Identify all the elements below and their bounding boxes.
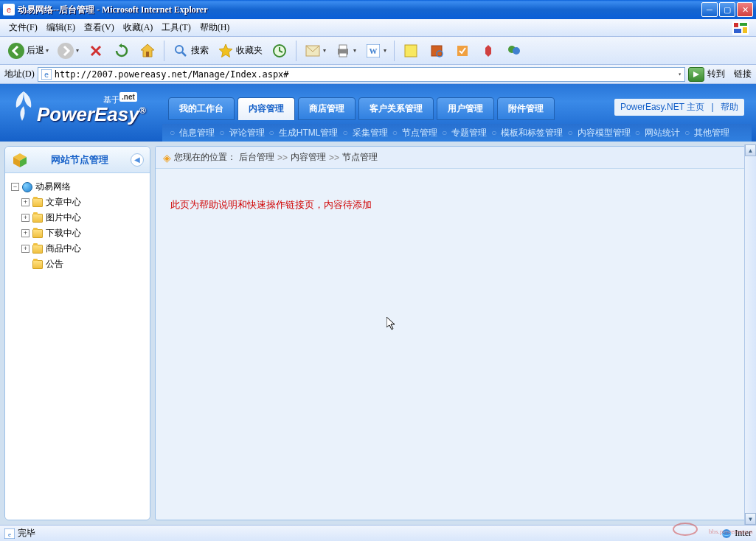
close-button[interactable]: ✕ — [737, 2, 753, 17]
history-button[interactable] — [268, 41, 291, 61]
watermark: bbs.powereasy.net — [672, 522, 753, 540]
forward-dropdown-icon: ▾ — [76, 47, 79, 54]
header-help-link[interactable]: 帮助 — [721, 102, 738, 112]
status-bar: e 完毕 Inter bbs.powereasy.net — [0, 525, 756, 541]
menu-view[interactable]: 查看(V) — [80, 19, 119, 36]
refresh-button[interactable] — [110, 41, 133, 61]
tree-label: 文章中心 — [46, 196, 81, 209]
subnav-stats[interactable]: 网站统计 — [645, 127, 680, 139]
tree-item-image[interactable]: +图片中心 — [8, 210, 147, 226]
maximize-button[interactable]: ▢ — [719, 2, 735, 17]
menu-favorites[interactable]: 收藏(A) — [119, 19, 158, 36]
subnav-info[interactable]: 信息管理 — [179, 127, 215, 139]
favorites-button[interactable]: 收藏夹 — [214, 41, 266, 61]
expand-toggle-icon[interactable]: + — [21, 214, 30, 222]
collapse-toggle-icon[interactable]: − — [11, 183, 19, 191]
address-input[interactable]: e http://2007.powereasy.net/Manage/Index… — [38, 67, 685, 82]
expand-toggle-icon[interactable]: + — [21, 229, 30, 237]
breadcrumb-item[interactable]: 内容管理 — [291, 151, 326, 164]
tab-workbench[interactable]: 我的工作台 — [168, 97, 235, 120]
tree-item-article[interactable]: +文章中心 — [8, 195, 147, 210]
tree-label: 下载中心 — [46, 227, 81, 240]
minimize-button[interactable]: ─ — [701, 2, 718, 17]
links-label[interactable]: 链接 — [734, 68, 752, 80]
subnav-other[interactable]: 其他管理 — [694, 127, 729, 139]
svg-text:e: e — [8, 531, 11, 538]
expand-toggle-icon[interactable]: + — [21, 245, 30, 253]
expand-toggle-icon[interactable]: + — [21, 198, 30, 206]
subnav-html[interactable]: 生成HTML管理 — [279, 127, 339, 139]
research-button[interactable] — [425, 41, 448, 61]
globe-icon — [22, 182, 32, 192]
page-icon: e — [41, 69, 52, 80]
header-sep: | — [712, 102, 714, 112]
print-button[interactable]: ▾ — [331, 41, 359, 61]
address-url: http://2007.powereasy.net/Manage/Index.a… — [55, 69, 289, 80]
menu-file[interactable]: 文件(F) — [4, 19, 42, 36]
breadcrumb-item[interactable]: 后台管理 — [239, 151, 274, 164]
tab-crm[interactable]: 客户关系管理 — [358, 97, 434, 120]
tab-user[interactable]: 用户管理 — [437, 97, 494, 120]
svg-text:bbs.powereasy.net: bbs.powereasy.net — [709, 528, 753, 535]
forward-button[interactable]: ▾ — [54, 41, 82, 61]
header-home-link[interactable]: PowerEasy.NET 主页 — [620, 102, 704, 112]
breadcrumb-sep: >> — [277, 153, 288, 163]
go-label: 转到 — [707, 68, 725, 80]
mail-button[interactable]: ▾ — [301, 41, 329, 61]
sidebar-panel: 网站节点管理 ◀ − 动易网络 +文章中心 +图片中心 +下载中心 +商品中心 … — [4, 146, 150, 520]
subnav-model[interactable]: 内容模型管理 — [578, 127, 631, 139]
folder-icon — [32, 260, 43, 269]
svg-rect-12 — [405, 45, 417, 57]
go-button[interactable] — [688, 67, 704, 82]
menu-tools[interactable]: 工具(T) — [157, 19, 195, 36]
collapse-icon[interactable]: ◀ — [131, 153, 144, 167]
content-area: ◈ 您现在的位置： 后台管理 >> 内容管理 >> 节点管理 此页为帮助说明和快… — [155, 142, 756, 525]
vertical-scrollbar[interactable]: ▲ ▼ — [744, 144, 756, 525]
tree-item-notice[interactable]: 公告 — [8, 256, 147, 272]
page-icon: e — [4, 528, 15, 539]
logo-brand: PowerEasy® — [37, 103, 146, 126]
edit-button[interactable]: W▾ — [361, 41, 389, 61]
stop-button[interactable] — [84, 41, 108, 61]
svg-point-17 — [513, 47, 520, 55]
search-button[interactable]: 搜索 — [169, 41, 212, 61]
tab-content[interactable]: 内容管理 — [237, 97, 295, 120]
box-icon — [11, 151, 29, 169]
discuss-button[interactable] — [399, 41, 423, 61]
address-label: 地址(D) — [4, 68, 35, 80]
subnav-template[interactable]: 模板和标签管理 — [501, 127, 563, 139]
menu-edit[interactable]: 编辑(E) — [42, 19, 80, 36]
sidebar-title: 网站节点管理 — [35, 153, 125, 167]
menu-help[interactable]: 帮助(H) — [195, 19, 235, 36]
tool-button-2[interactable] — [476, 41, 500, 61]
status-text: 完毕 — [18, 527, 35, 540]
content-body: 此页为帮助说明和快速操作链接页，内容待添加 — [156, 169, 751, 241]
svg-rect-3 — [146, 52, 149, 57]
svg-rect-9 — [339, 53, 347, 57]
svg-point-4 — [176, 46, 183, 53]
subnav-comment[interactable]: 评论管理 — [229, 127, 265, 139]
subnav-topic[interactable]: 专题管理 — [451, 127, 487, 139]
tree-label: 公告 — [46, 258, 63, 270]
address-dropdown-icon[interactable]: ▾ — [678, 71, 682, 77]
menu-bar: 文件(F) 编辑(E) 查看(V) 收藏(A) 工具(T) 帮助(H) — [0, 19, 756, 37]
subnav-node[interactable]: 节点管理 — [402, 127, 437, 139]
subnav-collect[interactable]: 采集管理 — [353, 127, 388, 139]
badge-icon — [479, 42, 497, 60]
mail-icon — [304, 42, 322, 60]
book-icon — [428, 42, 445, 60]
back-dropdown-icon: ▾ — [46, 47, 49, 54]
breadcrumb-item[interactable]: 节点管理 — [342, 151, 378, 164]
tree-item-download[interactable]: +下载中心 — [8, 226, 147, 241]
back-button[interactable]: 后退 ▾ — [4, 41, 52, 61]
tree-item-product[interactable]: +商品中心 — [8, 241, 147, 256]
messenger-button[interactable] — [502, 41, 526, 61]
tab-shop[interactable]: 商店管理 — [298, 97, 356, 120]
home-button[interactable] — [136, 41, 159, 61]
tab-attach[interactable]: 附件管理 — [497, 97, 555, 120]
stop-icon — [87, 42, 105, 60]
scroll-up-icon[interactable]: ▲ — [745, 144, 756, 156]
print-icon — [334, 42, 352, 60]
tool-button-1[interactable] — [451, 41, 474, 61]
tree-root[interactable]: − 动易网络 — [8, 179, 147, 195]
